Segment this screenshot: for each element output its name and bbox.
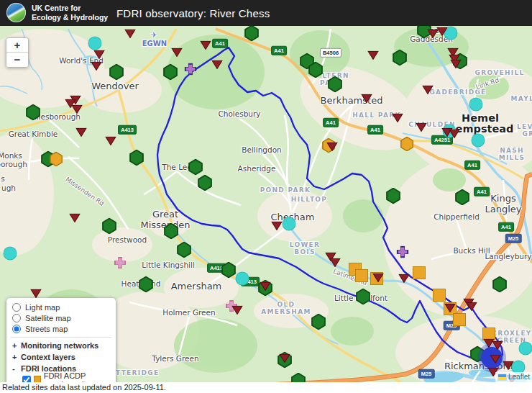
base-layer-label: Satellite map (25, 314, 71, 322)
expand-icon: + (12, 341, 19, 350)
marker-green-hex[interactable] (139, 276, 154, 293)
app-window: UK Centre for Ecology & Hydrology FDRI o… (0, 0, 532, 393)
leaflet-link[interactable]: Leaflet (508, 373, 530, 381)
overlay-fdri-acdp[interactable]: FDRI ACDP gaugings sites (22, 374, 110, 382)
marker-red-triangle[interactable] (361, 94, 372, 104)
marker-green-hex[interactable] (455, 189, 470, 206)
zoom-out-button[interactable]: − (6, 53, 28, 67)
marker-orange-square[interactable] (433, 289, 446, 302)
marker-red-triangle[interactable] (69, 214, 81, 223)
marker-orange-square[interactable] (355, 269, 368, 282)
base-layer-label: Light map (25, 303, 60, 312)
marker-red-triangle[interactable] (75, 128, 87, 137)
marker-green-hex[interactable] (356, 289, 371, 305)
marker-green-hex[interactable] (291, 373, 306, 383)
marker-green-hex[interactable] (102, 218, 117, 235)
layer-control-panel: Light map Satellite map Streets map + Mo… (6, 298, 116, 382)
overlay-label: FDRI ACDP gaugings sites (44, 371, 110, 382)
marker-green-hex[interactable] (386, 188, 401, 204)
app-header: UK Centre for Ecology & Hydrology FDRI o… (0, 0, 532, 26)
collapse-icon: - (12, 364, 19, 373)
marker-cyan-circle[interactable] (88, 37, 102, 50)
zoom-control: + − (6, 37, 29, 68)
marker-green-hex[interactable] (198, 175, 213, 191)
marker-red-triangle[interactable] (105, 137, 116, 146)
marker-plus-pink[interactable] (114, 257, 126, 268)
base-layer-label: Streets map (25, 325, 68, 333)
streets-map-radio[interactable] (12, 325, 21, 333)
ukceh-logo-icon (6, 3, 26, 22)
marker-plus-violet[interactable] (397, 246, 409, 258)
marker-cyan-circle[interactable] (236, 272, 249, 286)
light-map-radio[interactable] (12, 303, 21, 312)
orange-swatch-icon (34, 376, 41, 383)
marker-green-hex[interactable] (328, 76, 343, 93)
page-title: FDRI observatory: River Chess (116, 7, 270, 19)
marker-cyan-circle[interactable] (283, 217, 296, 231)
marker-cyan-circle[interactable] (4, 247, 17, 261)
marker-red-triangle[interactable] (422, 86, 434, 95)
leaflet-attribution: Leaflet (495, 372, 532, 382)
marker-red-triangle[interactable] (71, 105, 83, 114)
marker-green-hex[interactable] (164, 223, 179, 240)
marker-orange-square[interactable] (413, 266, 426, 279)
satellite-map-radio[interactable] (12, 314, 21, 322)
marker-red-triangle[interactable] (200, 41, 211, 50)
marker-orange-square[interactable] (453, 313, 466, 326)
fdri-acdp-checkbox[interactable] (22, 376, 31, 382)
base-layer-light[interactable]: Light map (12, 302, 110, 312)
marker-green-hex[interactable] (177, 242, 192, 258)
marker-red-triangle[interactable] (124, 30, 136, 39)
marker-green-hex[interactable] (492, 276, 508, 293)
marker-plus-violet[interactable] (185, 63, 197, 76)
marker-cyan-circle[interactable] (469, 98, 483, 112)
marker-green-hex[interactable] (129, 150, 145, 166)
marker-green-hex[interactable] (221, 262, 237, 279)
marker-red-triangle[interactable] (271, 222, 283, 231)
marker-red-triangle[interactable] (171, 48, 183, 58)
group-monitoring-networks[interactable]: + Monitoring networks (12, 340, 110, 351)
marker-red-triangle[interactable] (211, 60, 223, 70)
marker-red-triangle[interactable] (392, 114, 403, 123)
panel-divider (11, 337, 111, 338)
marker-red-triangle[interactable] (367, 51, 379, 60)
zoom-in-button[interactable]: + (6, 38, 28, 53)
group-label: Context layers (21, 353, 75, 361)
marker-green-hex[interactable] (26, 104, 41, 121)
marker-red-triangle[interactable] (329, 258, 341, 268)
base-layer-satellite[interactable]: Satellite map (12, 312, 110, 323)
group-context-layers[interactable]: + Context layers (12, 351, 110, 363)
status-bar: Related sites data last updated on 2025-… (0, 382, 532, 393)
marker-orange-square[interactable] (482, 328, 495, 340)
marker-red-triangle[interactable] (398, 274, 410, 284)
marker-green-hex[interactable] (163, 64, 178, 81)
marker-red-triangle[interactable] (30, 289, 42, 299)
marker-green-hex[interactable] (393, 50, 408, 66)
marker-green-hex[interactable] (244, 26, 260, 42)
base-layer-streets[interactable]: Streets map (12, 323, 110, 334)
marker-red-triangle[interactable] (93, 50, 105, 60)
status-text: Related sites data last updated on 2025-… (2, 383, 166, 392)
group-label: Monitoring networks (21, 341, 98, 350)
marker-green-hex[interactable] (109, 64, 124, 81)
marker-cyan-circle[interactable] (472, 134, 485, 148)
marker-red-triangle[interactable] (416, 123, 427, 132)
marker-red-triangle[interactable] (466, 302, 477, 312)
org-name: UK Centre for Ecology & Hydrology (32, 4, 108, 22)
marker-green-hex[interactable] (188, 159, 203, 176)
marker-red-triangle[interactable] (91, 62, 102, 71)
marker-orange-hex[interactable] (400, 137, 414, 152)
marker-cyan-circle[interactable] (519, 342, 532, 356)
marker-green-hex[interactable] (311, 314, 326, 330)
map-canvas[interactable]: World's EndWendover✈EGWNCholesburyBellin… (0, 26, 532, 382)
ukraine-flag-icon (498, 374, 506, 380)
expand-icon: + (12, 353, 19, 361)
